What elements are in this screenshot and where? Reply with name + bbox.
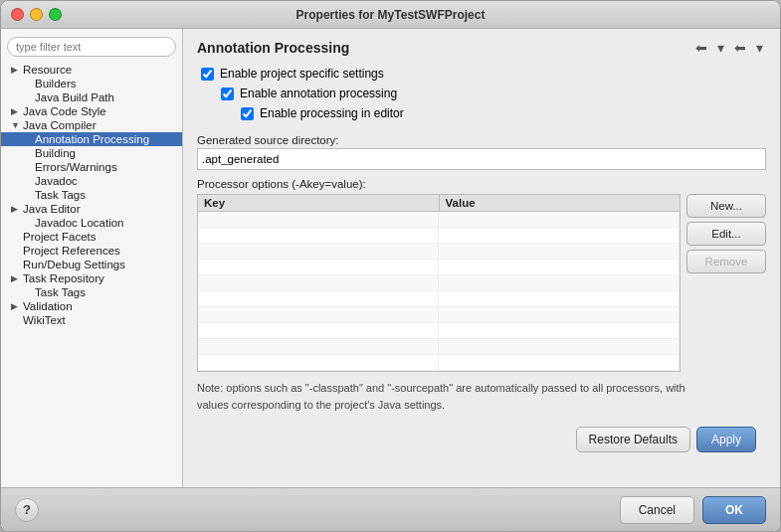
nav-back-button[interactable]: ⬅	[692, 39, 710, 57]
sidebar-item-project-references[interactable]: Project References	[1, 244, 182, 258]
close-button[interactable]	[11, 8, 24, 21]
sidebar-item-builders[interactable]: Builders	[1, 77, 182, 90]
apply-button[interactable]: Apply	[696, 427, 756, 452]
table-header: Key Value	[198, 195, 680, 212]
sidebar-item-javadoc[interactable]: Javadoc	[1, 174, 182, 188]
table-row[interactable]	[198, 228, 680, 244]
minimize-button[interactable]	[30, 8, 43, 21]
enable-project-row: Enable project specific settings	[197, 67, 766, 81]
sidebar-item-java-editor[interactable]: ▶ Java Editor	[1, 202, 182, 216]
processor-table: Key Value	[197, 194, 681, 372]
enable-project-checkbox[interactable]	[201, 68, 214, 81]
expand-arrow: ▶	[11, 65, 23, 75]
processor-label: Processor options (-Akey=value):	[197, 178, 766, 190]
main-window: Properties for MyTestSWFProject ▶ Resour…	[0, 0, 781, 532]
sidebar-item-run-debug-settings[interactable]: Run/Debug Settings	[1, 258, 182, 271]
titlebar: Properties for MyTestSWFProject	[1, 1, 780, 29]
remove-button[interactable]: Remove	[686, 250, 766, 273]
content-area: Annotation Processing ⬅ ▾ ⬅ ▾ Enable pro…	[183, 29, 780, 487]
sidebar-item-java-build-path[interactable]: Java Build Path	[1, 90, 182, 104]
ok-button[interactable]: OK	[702, 496, 766, 524]
source-dir-label: Generated source directory:	[197, 134, 766, 146]
nav-forward-button[interactable]: ⬅	[731, 39, 749, 57]
sidebar-item-errors-warnings[interactable]: Errors/Warnings	[1, 160, 182, 174]
page-title: Annotation Processing	[197, 40, 349, 56]
filter-input[interactable]	[7, 37, 176, 57]
sidebar: ▶ Resource Builders Java Build Path ▶ Ja…	[1, 29, 183, 487]
maximize-button[interactable]	[49, 8, 62, 21]
nav-menu-button[interactable]: ▾	[753, 39, 766, 57]
enable-annotation-row: Enable annotation processing	[197, 87, 766, 100]
nav-icons: ⬅ ▾ ⬅ ▾	[692, 39, 766, 57]
table-action-buttons: New... Edit... Remove	[686, 194, 766, 372]
table-row[interactable]	[198, 260, 680, 275]
window-controls	[11, 8, 62, 21]
table-row[interactable]	[198, 244, 680, 260]
footer: ? Cancel OK	[1, 487, 780, 531]
new-button[interactable]: New...	[686, 194, 766, 218]
table-row[interactable]	[198, 275, 680, 291]
table-row[interactable]	[198, 339, 680, 355]
help-button[interactable]: ?	[15, 498, 39, 522]
sidebar-item-task-tags[interactable]: Task Tags	[1, 188, 182, 202]
col-key: Key	[198, 195, 440, 211]
table-row[interactable]	[198, 307, 680, 323]
enable-annotation-checkbox[interactable]	[221, 88, 234, 100]
enable-editor-row: Enable processing in editor	[197, 106, 766, 120]
sidebar-item-task-repository[interactable]: ▶ Task Repository	[1, 271, 182, 285]
table-row[interactable]	[198, 212, 680, 228]
enable-project-label: Enable project specific settings	[220, 67, 384, 81]
note-text: Note: options such as "-classpath" and "…	[197, 380, 766, 413]
source-dir-input[interactable]	[197, 148, 766, 170]
sidebar-item-annotation-processing[interactable]: Annotation Processing	[1, 132, 182, 146]
window-title: Properties for MyTestSWFProject	[296, 8, 486, 22]
nav-dropdown-button[interactable]: ▾	[714, 39, 727, 57]
enable-editor-label: Enable processing in editor	[260, 106, 404, 120]
table-row[interactable]	[198, 355, 680, 371]
sidebar-item-project-facets[interactable]: Project Facets	[1, 230, 182, 244]
restore-defaults-button[interactable]: Restore Defaults	[576, 427, 690, 452]
table-row[interactable]	[198, 323, 680, 339]
col-value: Value	[440, 195, 681, 211]
sidebar-item-wikitext[interactable]: WikiText	[1, 313, 182, 327]
sidebar-item-resource[interactable]: ▶ Resource	[1, 63, 182, 77]
sidebar-item-task-tags2[interactable]: Task Tags	[1, 285, 182, 299]
enable-annotation-label: Enable annotation processing	[240, 87, 397, 100]
sidebar-item-building[interactable]: Building	[1, 146, 182, 160]
bottom-bar: Restore Defaults Apply	[197, 423, 766, 456]
sidebar-item-java-code-style[interactable]: ▶ Java Code Style	[1, 104, 182, 118]
footer-buttons: Cancel OK	[620, 496, 766, 524]
cancel-button[interactable]: Cancel	[620, 496, 694, 524]
enable-editor-checkbox[interactable]	[241, 107, 254, 120]
main-content: ▶ Resource Builders Java Build Path ▶ Ja…	[1, 29, 780, 487]
sidebar-item-java-compiler[interactable]: ▼ Java Compiler	[1, 118, 182, 132]
sidebar-item-javadoc-location[interactable]: Javadoc Location	[1, 216, 182, 230]
sidebar-item-validation[interactable]: ▶ Validation	[1, 299, 182, 313]
edit-button[interactable]: Edit...	[686, 222, 766, 246]
content-header: Annotation Processing ⬅ ▾ ⬅ ▾	[197, 39, 766, 57]
table-row[interactable]	[198, 291, 680, 307]
processor-table-area: Key Value	[197, 194, 766, 372]
table-rows	[198, 212, 680, 371]
